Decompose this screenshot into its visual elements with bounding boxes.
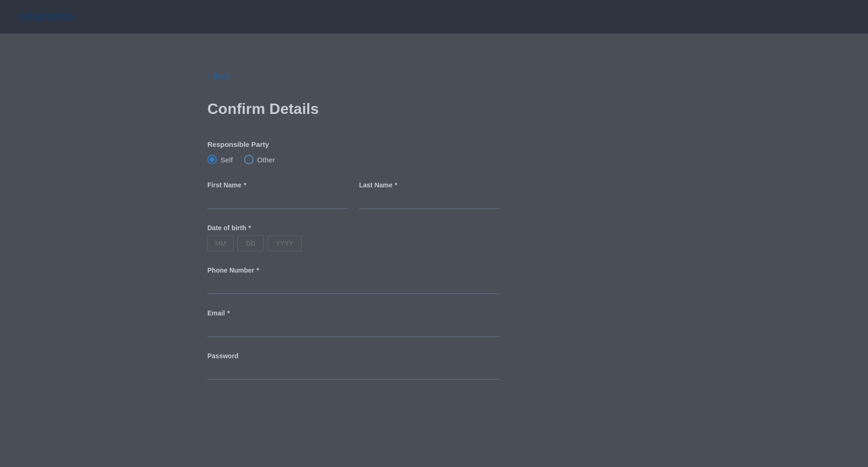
last-name-required: *	[393, 181, 397, 189]
email-label: Email *	[207, 309, 500, 317]
back-chevron-icon: ‹	[207, 72, 210, 81]
dob-month-input[interactable]	[207, 235, 234, 251]
first-name-label: First Name *	[207, 181, 348, 189]
page-title: Confirm Details	[207, 100, 500, 118]
first-name-group: First Name *	[207, 181, 348, 209]
dob-required: *	[246, 224, 251, 232]
back-label: Back	[213, 72, 230, 81]
radio-self-inner	[210, 157, 214, 162]
radio-other-input[interactable]	[244, 155, 254, 164]
dob-year-input[interactable]	[268, 235, 302, 251]
logo-text: teledentix	[19, 9, 74, 24]
email-input[interactable]	[207, 321, 500, 337]
password-input[interactable]	[207, 363, 500, 380]
name-row: First Name * Last Name *	[207, 181, 500, 209]
radio-option-other[interactable]: Other	[244, 155, 275, 164]
first-name-input[interactable]	[207, 193, 348, 209]
phone-input[interactable]	[207, 278, 500, 294]
password-section: Password	[207, 352, 500, 380]
phone-section: Phone Number *	[207, 266, 500, 294]
first-name-required: *	[242, 181, 246, 189]
phone-required: *	[255, 266, 259, 274]
responsible-party-label: Responsible Party	[207, 140, 500, 148]
dob-inputs	[207, 235, 500, 251]
email-section: Email *	[207, 309, 500, 337]
logo: teledentix	[19, 9, 74, 24]
radio-self-input[interactable]	[207, 155, 217, 164]
radio-self-label: Self	[221, 156, 233, 164]
dob-label: Date of birth *	[207, 224, 500, 232]
form-container: ‹ Back Confirm Details Responsible Party…	[207, 72, 500, 395]
back-link[interactable]: ‹ Back	[207, 72, 500, 81]
last-name-group: Last Name *	[359, 181, 500, 209]
radio-option-self[interactable]: Self	[207, 155, 233, 164]
header: teledentix	[0, 0, 868, 34]
main-content: ‹ Back Confirm Details Responsible Party…	[0, 34, 868, 433]
responsible-party-section: Responsible Party Self Other	[207, 140, 500, 164]
dob-day-input[interactable]	[237, 235, 264, 251]
responsible-party-radio-group: Self Other	[207, 155, 500, 164]
last-name-input[interactable]	[359, 193, 500, 209]
email-required: *	[225, 309, 229, 317]
password-label: Password	[207, 352, 500, 360]
phone-label: Phone Number *	[207, 266, 500, 274]
dob-section: Date of birth *	[207, 224, 500, 251]
radio-other-label: Other	[257, 156, 275, 164]
last-name-label: Last Name *	[359, 181, 500, 189]
